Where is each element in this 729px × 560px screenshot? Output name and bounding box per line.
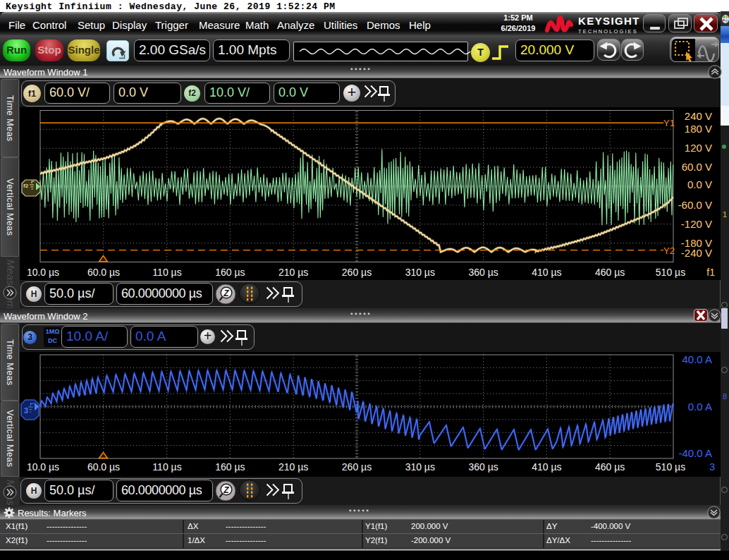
svg-text:260 µs: 260 µs: [342, 267, 372, 278]
svg-text:210 µs: 210 µs: [278, 267, 308, 278]
svg-text:110 µs: 110 µs: [152, 461, 181, 473]
svg-text:-60.0 V: -60.0 V: [678, 199, 712, 211]
svg-text:210 µs: 210 µs: [278, 461, 308, 473]
svg-text:360 µs: 360 µs: [468, 267, 498, 278]
svg-text:40.0 A: 40.0 A: [682, 353, 712, 365]
svg-text:360 µs: 360 µs: [468, 461, 498, 473]
svg-text:160 µs: 160 µs: [215, 267, 245, 278]
svg-text:3: 3: [709, 461, 715, 473]
svg-text:240 V: 240 V: [685, 110, 712, 122]
svg-text:410 µs: 410 µs: [532, 461, 561, 473]
svg-text:110 µs: 110 µs: [152, 267, 181, 278]
svg-text:160 µs: 160 µs: [215, 461, 245, 473]
svg-text:10.0 µs: 10.0 µs: [27, 267, 59, 278]
svg-text:Y1: Y1: [663, 118, 675, 128]
svg-text:60.0 µs: 60.0 µs: [87, 267, 120, 278]
svg-text:-120 V: -120 V: [681, 218, 712, 230]
svg-text:510 µs: 510 µs: [656, 461, 685, 473]
svg-text:510 µs: 510 µs: [656, 267, 685, 278]
svg-text:Z: Z: [223, 485, 229, 495]
svg-text:Y2: Y2: [663, 245, 675, 256]
svg-text:310 µs: 310 µs: [405, 461, 435, 473]
svg-text:-40.0 A: -40.0 A: [678, 447, 712, 459]
svg-text:0.0 A: 0.0 A: [688, 401, 712, 413]
svg-text:0.0 V: 0.0 V: [687, 178, 712, 190]
svg-text:Z: Z: [223, 288, 229, 298]
svg-text:f2: f2: [23, 183, 29, 189]
svg-text:3: 3: [24, 406, 28, 415]
svg-text:f1: f1: [706, 267, 715, 278]
svg-text:460 µs: 460 µs: [595, 267, 625, 278]
svg-text:10.0 µs: 10.0 µs: [27, 461, 59, 473]
svg-text:60.0 V: 60.0 V: [682, 161, 712, 173]
svg-text:260 µs: 260 µs: [342, 461, 372, 473]
svg-text:120 V: 120 V: [685, 142, 712, 154]
svg-text:-240 V: -240 V: [681, 247, 712, 259]
svg-text:180 V: 180 V: [685, 123, 712, 135]
svg-text:410 µs: 410 µs: [532, 267, 561, 278]
svg-text:460 µs: 460 µs: [595, 461, 625, 473]
svg-text:60.0 µs: 60.0 µs: [87, 461, 120, 473]
svg-text:310 µs: 310 µs: [405, 267, 435, 278]
